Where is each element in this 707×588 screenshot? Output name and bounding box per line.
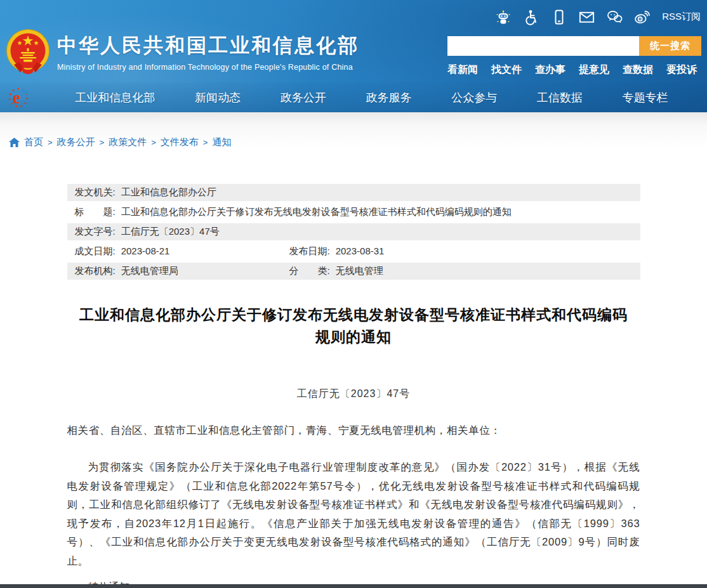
utility-bar: RSS订阅 [494, 8, 701, 25]
e-logo-icon: e [6, 84, 33, 111]
breadcrumb-gov-disclosure[interactable]: 政务公开 [57, 136, 95, 148]
quick-link-files[interactable]: 找文件 [491, 63, 522, 77]
accessibility-icon[interactable] [522, 8, 539, 25]
search-input[interactable] [447, 36, 639, 56]
site-brand[interactable]: 中华人民共和国工业和信息化部 Ministry of Industry and … [5, 28, 359, 76]
rss-subscribe-link[interactable]: RSS订阅 [662, 11, 701, 23]
meta-row-doc-number: 发文字号: 工信厅无〔2023〕47号 [67, 223, 640, 240]
article-title: 工业和信息化部办公厅关于修订发布无线电发射设备型号核准证书样式和代码编码规则的通… [73, 304, 635, 348]
bottom-divider [0, 584, 707, 588]
nav-item-news[interactable]: 新闻动态 [195, 90, 241, 105]
meta-row-issuing-agency: 发文机关: 工业和信息化部办公厅 [67, 184, 640, 201]
article-paragraph: 为贯彻落实《国务院办公厅关于深化电子电器行业管理制度改革的意见》（国办发〔202… [67, 458, 640, 570]
nav-item-public-participation[interactable]: 公众参与 [451, 90, 497, 105]
meta-row-title: 标 题: 工业和信息化部办公厅关于修订发布无线电发射设备型号核准证书样式和代码编… [67, 204, 640, 221]
quick-link-data[interactable]: 查数据 [623, 63, 653, 77]
robot-assistant-icon[interactable] [494, 8, 512, 25]
quick-link-complaint[interactable]: 要投诉 [666, 63, 697, 77]
main-nav: e 工业和信息化部 新闻动态 政务公开 政务服务 公众参与 工信数据 专题专栏 [0, 82, 707, 112]
document-meta-table: 发文机关: 工业和信息化部办公厅 标 题: 工业和信息化部办公厅关于修订发布无线… [67, 184, 640, 280]
breadcrumb: 首页 > 政务公开 > 政策文件 > 文件发布 > 通知 [9, 136, 707, 148]
document-content: 发文机关: 工业和信息化部办公厅 标 题: 工业和信息化部办公厅关于修订发布无线… [67, 184, 640, 588]
article-salutation: 相关省、自治区、直辖市工业和信息化主管部门，青海、宁夏无线电管理机构，相关单位： [67, 424, 640, 438]
mobile-icon[interactable] [550, 8, 567, 25]
nav-item-miit[interactable]: 工业和信息化部 [75, 90, 155, 105]
mail-icon[interactable] [578, 8, 595, 25]
quick-links: 看新闻 找文件 查办事 提意见 查数据 要投诉 [447, 63, 701, 77]
quick-link-news[interactable]: 看新闻 [447, 63, 478, 77]
nav-item-gov-disclosure[interactable]: 政务公开 [281, 90, 326, 105]
national-emblem-icon [5, 28, 51, 76]
unified-search-button[interactable]: 统一搜索 [639, 36, 701, 56]
breadcrumb-policy-files[interactable]: 政策文件 [109, 136, 147, 148]
breadcrumb-home[interactable]: 首页 [24, 136, 43, 148]
nav-item-data[interactable]: 工信数据 [537, 90, 583, 105]
search-area: 统一搜索 看新闻 找文件 查办事 提意见 查数据 要投诉 [447, 36, 701, 77]
breadcrumb-notice[interactable]: 通知 [212, 136, 231, 148]
meta-row-publisher-category: 发布机构: 无线电管理局 分 类: 无线电管理 [67, 263, 640, 280]
weibo-icon[interactable] [634, 8, 651, 25]
wechat-icon[interactable] [606, 8, 623, 25]
quick-link-services[interactable]: 查办事 [535, 63, 565, 77]
nav-item-gov-services[interactable]: 政务服务 [366, 90, 411, 105]
home-icon[interactable] [9, 138, 20, 148]
meta-row-dates: 成文日期: 2023-08-21 发布日期: 2023-08-31 [67, 243, 640, 260]
quick-link-feedback[interactable]: 提意见 [579, 63, 609, 77]
breadcrumb-file-release[interactable]: 文件发布 [161, 136, 199, 148]
site-subtitle: Ministry of Industry and Information Tec… [57, 63, 359, 72]
breadcrumb-bar: 首页 > 政务公开 > 政策文件 > 文件发布 > 通知 [0, 112, 707, 148]
nav-item-special-topics[interactable]: 专题专栏 [623, 90, 668, 105]
svg-text:e: e [13, 88, 20, 107]
site-title: 中华人民共和国工业和信息化部 [57, 32, 359, 59]
article-doc-number: 工信厅无〔2023〕47号 [67, 388, 640, 401]
header-banner: RSS订阅 中华人民共和国工业和信息化部 Ministry of In [0, 0, 707, 112]
